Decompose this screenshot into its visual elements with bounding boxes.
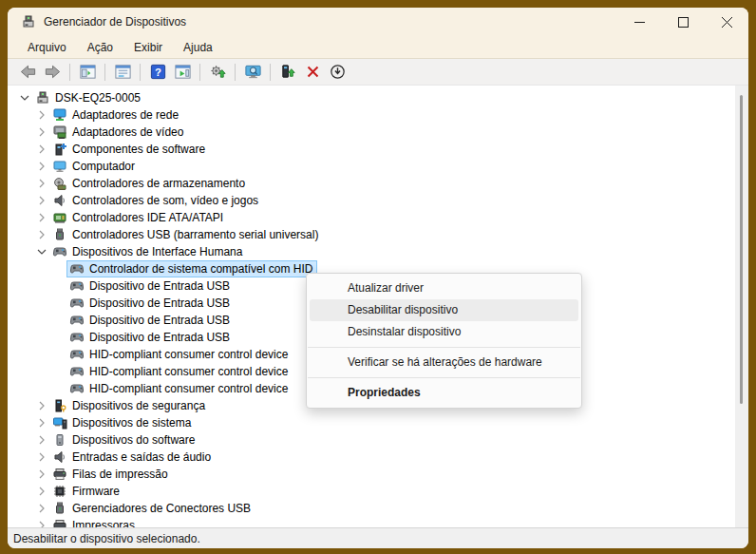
toolbar-separator	[270, 64, 271, 81]
title-bar: Gerenciador de Dispositivos	[8, 8, 748, 36]
expander-spacer	[51, 347, 66, 362]
display-adapter-icon	[52, 124, 67, 140]
toolbar: ?	[8, 59, 748, 86]
context-menu-item-atualizar-driver[interactable]: Atualizar driver	[310, 277, 578, 299]
forward-button[interactable]	[41, 61, 64, 84]
chevron-right-icon[interactable]	[34, 142, 49, 157]
tree-item[interactable]: Computador	[8, 158, 748, 175]
driver-up-button[interactable]	[276, 61, 299, 84]
chevron-right-icon[interactable]	[34, 176, 49, 191]
menubar-item-ao[interactable]: Ação	[77, 38, 123, 57]
menubar-item-ajuda[interactable]: Ajuda	[173, 38, 223, 57]
close-button[interactable]	[705, 8, 748, 36]
hid-device-icon	[69, 278, 85, 294]
tree-item[interactable]: Componentes de software	[8, 141, 748, 158]
scrollbar-thumb[interactable]	[740, 95, 743, 404]
chevron-right-icon[interactable]	[34, 484, 49, 499]
tree-item[interactable]: Controladores de armazenamento	[8, 175, 748, 192]
menubar-item-arquivo[interactable]: Arquivo	[17, 38, 77, 57]
menubar-item-exibir[interactable]: Exibir	[123, 38, 173, 57]
expander-spacer	[51, 278, 66, 294]
help-button[interactable]: ?	[146, 61, 169, 84]
tree-item[interactable]: Dispositivos de Interface Humana	[8, 243, 748, 260]
printer-icon	[52, 518, 67, 527]
tree-item[interactable]: Gerenciadores de Conectores USB	[8, 500, 748, 517]
disable-device-button[interactable]	[326, 61, 349, 84]
context-menu-separator	[308, 377, 580, 378]
computer-icon	[52, 159, 67, 174]
print-queue-icon	[52, 467, 67, 482]
tree-item[interactable]: Adaptadores de vídeo	[8, 124, 748, 141]
tree-item[interactable]: Firmware	[8, 483, 748, 500]
tree-item[interactable]: Controladores USB (barramento serial uni…	[8, 226, 748, 243]
chevron-right-icon[interactable]	[34, 398, 49, 413]
chevron-right-icon[interactable]	[34, 501, 49, 516]
chevron-right-icon[interactable]	[34, 518, 49, 527]
tree-item[interactable]: DSK-EQ25-0005	[8, 89, 748, 106]
expander-spacer	[51, 364, 66, 379]
tree-item[interactable]: Controladores de som, vídeo e jogos	[8, 192, 748, 209]
expander-spacer	[51, 330, 66, 345]
device-manager-icon	[21, 14, 36, 29]
chevron-right-icon[interactable]	[34, 107, 49, 123]
chevron-right-icon[interactable]	[34, 159, 49, 174]
uninstall-button[interactable]	[301, 61, 324, 84]
expander-spacer	[51, 296, 66, 311]
chevron-right-icon[interactable]	[34, 124, 49, 140]
chevron-right-icon[interactable]	[34, 227, 49, 242]
window-title: Gerenciador de Dispositivos	[44, 15, 617, 29]
properties-button[interactable]	[111, 61, 134, 84]
scan-hardware-button[interactable]	[241, 61, 264, 84]
device-tree-panel: DSK-EQ25-0005 Adaptadores de rede Adapta…	[8, 86, 748, 527]
expander-spacer	[51, 381, 66, 396]
tree-item[interactable]: Impressoras	[8, 517, 748, 527]
vertical-scrollbar[interactable]	[735, 86, 748, 527]
context-menu-item-desinstalar-dispositivo[interactable]: Desinstalar dispositivo	[310, 321, 578, 343]
console-tree-button[interactable]	[76, 61, 99, 84]
software-component-icon	[52, 142, 67, 157]
device-manager-window: Gerenciador de Dispositivos ArquivoAçãoE…	[8, 8, 748, 548]
tree-item[interactable]: Dispositivos do software	[8, 431, 748, 449]
usb-connector-icon	[52, 501, 67, 516]
hid-device-icon	[69, 347, 85, 362]
chevron-right-icon[interactable]	[34, 210, 49, 225]
action-pane-button[interactable]	[171, 61, 194, 84]
menu-bar: ArquivoAçãoExibirAjuda	[8, 36, 748, 59]
hid-device-icon	[69, 330, 85, 345]
maximize-button[interactable]	[661, 8, 705, 36]
back-button[interactable]	[16, 61, 39, 84]
chevron-down-icon[interactable]	[17, 90, 32, 105]
tree-item[interactable]: Dispositivos de sistema	[8, 414, 748, 431]
network-adapter-icon	[52, 107, 67, 123]
software-device-icon	[52, 432, 67, 448]
tree-item[interactable]: Filas de impressão	[8, 466, 748, 483]
hid-device-icon	[69, 313, 85, 328]
context-menu-item-verificar-se-ha-alteracoes-de-hardware[interactable]: Verificar se há alterações de hardware	[310, 352, 578, 373]
system-device-icon	[52, 415, 67, 430]
hid-device-icon	[69, 261, 85, 277]
toolbar-separator	[199, 64, 200, 81]
context-menu-item-propriedades[interactable]: Propriedades	[310, 382, 578, 404]
hid-device-icon	[69, 381, 85, 396]
status-bar: Desabilitar o dispositivo selecionado.	[8, 527, 748, 548]
sound-controller-icon	[52, 193, 67, 208]
update-driver-button[interactable]	[206, 61, 229, 84]
chevron-right-icon[interactable]	[34, 449, 49, 465]
chevron-right-icon[interactable]	[34, 415, 49, 430]
chevron-right-icon[interactable]	[34, 467, 49, 482]
chevron-right-icon[interactable]	[34, 432, 49, 448]
ide-controller-icon	[52, 210, 67, 225]
usb-controller-icon	[52, 227, 67, 242]
toolbar-separator	[235, 64, 236, 81]
context-menu-item-desabilitar-dispositivo[interactable]: Desabilitar dispositivo	[310, 299, 578, 321]
tree-item[interactable]: Entradas e saídas de áudio	[8, 449, 748, 466]
tree-item[interactable]: Controladores IDE ATA/ATAPI	[8, 209, 748, 226]
hid-device-icon	[52, 244, 67, 259]
svg-text:?: ?	[155, 67, 161, 78]
chevron-right-icon[interactable]	[34, 193, 49, 208]
minimize-button[interactable]	[617, 8, 661, 36]
toolbar-separator	[69, 64, 70, 81]
chevron-down-icon[interactable]	[34, 244, 49, 259]
tree-item[interactable]: Adaptadores de rede	[8, 106, 748, 124]
context-menu-separator	[308, 347, 580, 348]
